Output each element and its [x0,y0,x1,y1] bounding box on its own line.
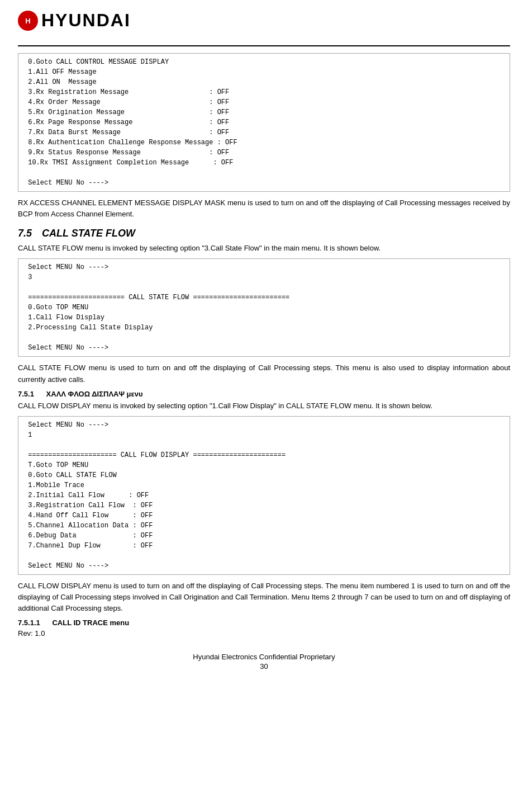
section-7-5-1-1-title: CALL ID TRACE menu [52,619,129,627]
code-block-call-flow-display: Select MENU No ----> 1 =================… [18,416,510,575]
footer-text: Hyundai Electronics Confidential Proprie… [18,653,510,661]
call-state-flow-desc: CALL STATE FLOW menu is used to turn on … [18,362,510,385]
section-7-5-1-desc: CALL FLOW DISPLAY menu is invoked by sel… [18,400,510,412]
footer-page: 30 [18,662,510,671]
section-7-5-num: 7.5 [18,228,32,239]
rev-text: Rev: 1.0 [18,628,510,639]
rx-access-desc: RX ACCESS CHANNEL ELEMENT MESSAGE DISPLA… [18,197,510,220]
code-block-call-state-flow: Select MENU No ----> 3 =================… [18,258,510,357]
section-7-5-title: CALL STATE FLOW [42,228,135,239]
section-7-5-heading: 7.5 CALL STATE FLOW [18,228,510,239]
section-7-5-1-1-num: 7.5.1.1 [18,619,40,627]
divider-line [18,45,510,46]
section-7-5-1-1-heading: 7.5.1.1 CALL ID TRACE menu [18,619,510,627]
logo-area: H HYUNDAI [18,10,510,35]
footer-area: Hyundai Electronics Confidential Proprie… [18,653,510,671]
section-7-5-1-heading: 7.5.1 ΧΑΛΛ ΦΛΟΩ ΔΙΣΠΛΑΨ μενυ [18,390,510,398]
section-7-5-desc: CALL STATE FLOW menu is invoked by selec… [18,243,510,254]
logo-text: HYUNDAI [41,10,131,31]
call-flow-display-desc: CALL FLOW DISPLAY menu is used to turn o… [18,580,510,614]
code-block-rx-access: 0.Goto CALL CONTROL MESSAGE DISPLAY 1.Al… [18,53,510,192]
logo-icon: H [18,11,38,31]
section-7-5-1-title: ΧΑΛΛ ΦΛΟΩ ΔΙΣΠΛΑΨ μενυ [46,390,143,398]
section-7-5-1-num: 7.5.1 [18,390,34,398]
page-container: H HYUNDAI 0.Goto CALL CONTROL MESSAGE DI… [0,0,528,812]
svg-text:H: H [25,17,30,25]
